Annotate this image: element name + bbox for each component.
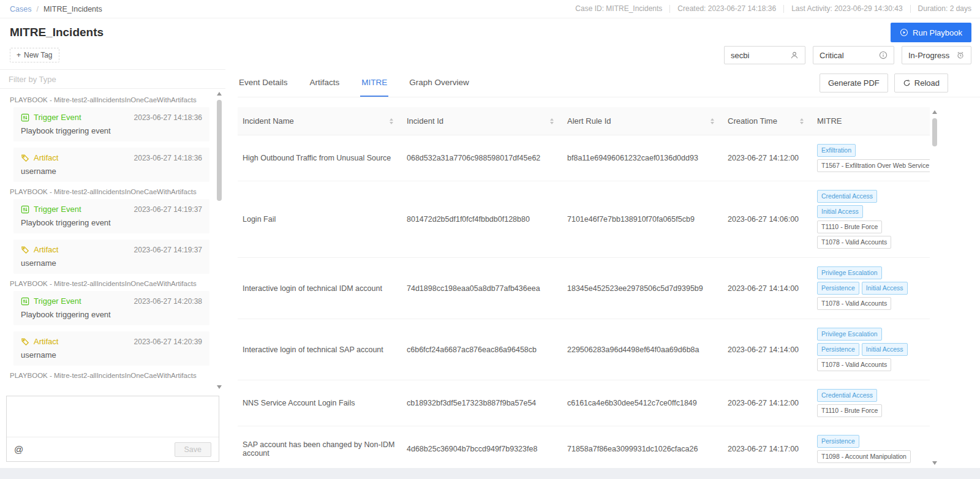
mitre-tactic-tag: Privilege Escalation <box>817 328 882 341</box>
event-card-header: Artifact2023-06-27 14:18:36 <box>21 153 202 162</box>
breadcrumb: Cases / MITRE_Incidents <box>10 5 102 13</box>
event-list-region: PLAYBOOK - Mitre-test2-allIncidentsInOne… <box>0 89 225 392</box>
event-card-header: Trigger Event2023-06-27 14:19:37 <box>21 205 202 214</box>
comment-input[interactable] <box>7 396 219 437</box>
column-header-incident-id[interactable]: Incident Id <box>402 107 562 135</box>
event-card-header: Trigger Event2023-06-27 14:20:38 <box>21 296 202 306</box>
incident-row[interactable]: SAP account has been changed by Non-IDM … <box>238 426 930 468</box>
tabs: Event DetailsArtifactsMITREGraph Overvie… <box>238 69 470 97</box>
save-button[interactable]: Save <box>175 442 212 457</box>
case-meta-item: Last Activity: 2023-06-29 14:30:43 <box>783 5 910 13</box>
mitre-technique-tag: T1078 - Valid Accounts <box>817 297 891 310</box>
scroll-up-arrow[interactable] <box>932 110 937 114</box>
event-type-label: Trigger Event <box>34 296 81 306</box>
cell-alert-rule-id: bf8a11e69496061232caef0136d0dd93 <box>562 135 723 181</box>
table-scrollbar[interactable] <box>931 107 938 468</box>
cell-creation-time: 2023-06-27 14:14:00 <box>723 319 812 380</box>
sort-descend-caret <box>800 122 804 124</box>
incident-row[interactable]: Interactive login of technical IDM accou… <box>238 258 930 319</box>
event-card-trigger[interactable]: Trigger Event2023-06-27 14:18:36Playbook… <box>13 107 209 141</box>
cell-incident-id: c6b6fcf24a6687ac876eac86a96458cb <box>402 319 562 380</box>
event-list: PLAYBOOK - Mitre-test2-allIncidentsInOne… <box>9 96 209 379</box>
new-tag-label: New Tag <box>24 51 52 59</box>
event-timestamp: 2023-06-27 14:18:36 <box>134 154 202 162</box>
event-type-label: Trigger Event <box>34 205 81 214</box>
column-header-creation-time[interactable]: Creation Time <box>723 107 812 135</box>
event-type-label: Artifact <box>34 245 58 254</box>
column-label: MITRE <box>817 116 842 126</box>
column-header-inner: Creation Time <box>728 116 807 126</box>
sort-ascend-caret <box>800 118 804 121</box>
cell-incident-id: 4d68b25c36904b7bccd949f7b9323fe8 <box>402 426 562 468</box>
cell-mitre: ExfiltrationT1567 - Exfiltration Over We… <box>812 135 930 181</box>
mitre-tactic-tag: Persistence <box>817 343 859 356</box>
trigger-event-icon <box>21 113 29 122</box>
sort-icon[interactable] <box>800 118 804 124</box>
event-card-artifact[interactable]: Artifact2023-06-27 14:18:36username <box>13 148 209 182</box>
case-status-select[interactable]: In-Progress <box>902 46 971 64</box>
mention-button[interactable]: @ <box>14 444 23 454</box>
case-assignee-value: secbi <box>731 51 749 60</box>
playbook-group-header: PLAYBOOK - Mitre-test2-allIncidentsInOne… <box>10 96 209 104</box>
mitre-technique-tag: T1098 - Account Manipulation <box>817 450 911 463</box>
event-card-artifact[interactable]: Artifact2023-06-27 14:19:37username <box>13 240 209 274</box>
artifact-tag-icon <box>21 338 29 346</box>
cell-creation-time: 2023-06-27 14:06:00 <box>723 181 812 258</box>
case-severity-select[interactable]: Critical <box>813 46 894 64</box>
comment-box: @ Save <box>6 396 219 462</box>
incident-row[interactable]: High Outbound Traffic from Unusual Sourc… <box>238 135 930 181</box>
incident-row[interactable]: Login Fail801472d2b5df1f0fcf4fbbdb0f128b… <box>238 181 930 258</box>
reload-icon <box>903 79 911 87</box>
play-circle-icon <box>900 28 908 37</box>
sort-icon[interactable] <box>710 118 714 124</box>
cell-creation-time: 2023-06-27 14:12:00 <box>723 135 812 181</box>
cell-creation-time: 2023-06-27 14:14:00 <box>723 258 812 319</box>
breadcrumb-separator: / <box>36 5 38 13</box>
column-header-incident-name[interactable]: Incident Name <box>238 107 402 135</box>
sort-icon[interactable] <box>550 118 554 124</box>
event-type-label: Artifact <box>34 337 58 346</box>
new-tag-button[interactable]: + New Tag <box>10 48 59 62</box>
mitre-tactic-tag: Credential Access <box>817 190 877 203</box>
column-header-alert-rule-id[interactable]: Alert Rule Id <box>562 107 723 135</box>
playbook-group-header: PLAYBOOK - Mitre-test2-allIncidentsInOne… <box>10 372 209 379</box>
scroll-down-arrow[interactable] <box>217 385 222 389</box>
mitre-tactic-tag: Initial Access <box>862 343 908 356</box>
reload-button[interactable]: Reload <box>894 74 948 92</box>
tab-artifacts[interactable]: Artifacts <box>309 69 341 97</box>
plus-icon: + <box>17 51 21 59</box>
sidebar-scrollbar[interactable] <box>216 89 223 392</box>
mitre-technique-tag: T1078 - Valid Accounts <box>817 358 891 371</box>
tab-event-details[interactable]: Event Details <box>238 69 289 97</box>
event-card-trigger[interactable]: Trigger Event2023-06-27 14:19:37Playbook… <box>13 199 209 233</box>
generate-pdf-button[interactable]: Generate PDF <box>820 74 888 92</box>
incident-row[interactable]: NNS Service Account Login Failscb18932bf… <box>238 380 930 426</box>
tab-mitre[interactable]: MITRE <box>360 69 388 97</box>
sort-icon[interactable] <box>390 118 393 124</box>
case-assignee-select[interactable]: secbi <box>724 46 805 64</box>
mitre-techniques: T1098 - Account Manipulation <box>817 450 925 463</box>
cell-incident-name: NNS Service Account Login Fails <box>238 380 402 426</box>
event-description: username <box>21 350 202 360</box>
event-card-artifact[interactable]: Artifact2023-06-27 14:20:39username <box>13 331 209 366</box>
filter-by-type-input[interactable] <box>0 69 225 89</box>
mitre-techniques: T1567 - Exfiltration Over Web Service <box>817 159 925 172</box>
run-playbook-button[interactable]: Run Playbook <box>891 23 971 42</box>
mitre-tactics: Credential Access <box>817 389 925 402</box>
mitre-tactic-tag: Initial Access <box>862 282 908 295</box>
tab-graph-overview[interactable]: Graph Overview <box>408 69 470 97</box>
breadcrumb-current: MITRE_Incidents <box>43 5 102 13</box>
event-card-trigger[interactable]: Trigger Event2023-06-27 14:20:38Playbook… <box>13 291 209 325</box>
sort-ascend-caret <box>710 118 714 121</box>
mitre-tactic-tag: Exfiltration <box>817 144 856 157</box>
scroll-up-arrow[interactable] <box>217 92 222 96</box>
incident-row[interactable]: Interactive login of technical SAP accou… <box>238 319 930 380</box>
column-label: Incident Name <box>243 116 294 126</box>
event-timestamp: 2023-06-27 14:18:36 <box>134 113 202 122</box>
event-card-header: Artifact2023-06-27 14:20:39 <box>21 337 202 346</box>
scrollbar-thumb[interactable] <box>932 118 937 146</box>
scrollbar-thumb[interactable] <box>217 100 222 201</box>
scroll-down-arrow[interactable] <box>932 461 937 465</box>
user-icon <box>790 51 799 59</box>
breadcrumb-cases-link[interactable]: Cases <box>10 5 31 13</box>
